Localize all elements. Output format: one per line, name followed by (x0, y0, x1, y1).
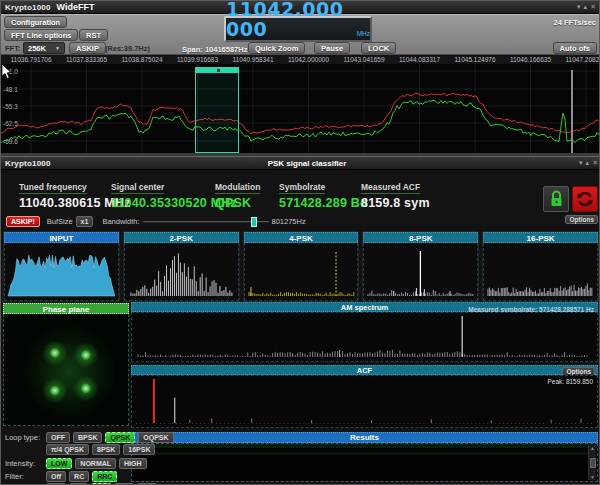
bufsize-label: BufSize (47, 217, 73, 226)
panel-header: 8-PSK (363, 232, 478, 243)
field-value: 571428.289 Bd (279, 196, 368, 210)
results-title: Results (350, 433, 379, 442)
selection-box-header[interactable] (196, 68, 238, 73)
loop-8psk-button[interactable]: 8PSK (92, 444, 120, 455)
window-title: WideFFT (57, 2, 95, 12)
window-maximize-icon[interactable]: ▴ (586, 158, 590, 168)
askip-status-button[interactable]: ASKIP! (6, 216, 40, 227)
window-close-icon[interactable]: ✕ (592, 158, 598, 168)
window-maximize-icon[interactable]: ▴ (584, 2, 588, 12)
classifier-app-name: Krypto1000 (5, 159, 51, 168)
level-tick-label: -69.6 (3, 138, 18, 145)
am-spectrum-trace (132, 313, 597, 361)
classifier-titlebar[interactable]: Krypto1000 PSK signal classifier ▾ ▴ ✕ (1, 157, 600, 170)
psk-panel-strip: INPUT 2-PSK 4-PSK 8-PSK 16-PSK (3, 231, 599, 302)
frequency-axis: 11036.79170611037.83336511038.8750241103… (1, 55, 600, 64)
bufsize-button[interactable]: x1 (76, 216, 94, 227)
slider-handle[interactable] (251, 217, 257, 227)
filter-rrc-button[interactable]: RRC (92, 471, 117, 482)
intensity-high-button[interactable]: HIGH (119, 458, 147, 469)
selection-box[interactable] (195, 67, 239, 153)
lock-button[interactable]: LOCK (361, 42, 396, 54)
panel-body (244, 243, 359, 301)
window-minimize-icon[interactable]: ▾ (579, 158, 583, 168)
acf-title: ACF (357, 366, 372, 375)
lock-icon (549, 190, 564, 208)
measured-acf-field: Measured ACF 8159.8 sym (361, 176, 430, 210)
phase-plane-header: Phase plane (3, 303, 129, 314)
frequency-tick-label: 11038.875024 (121, 56, 162, 63)
psk16-trace (484, 243, 597, 300)
mouse-cursor-icon (1, 64, 13, 80)
scroll-up-icon[interactable]: ▲ (590, 445, 595, 451)
field-label: Modulation (215, 182, 260, 194)
chevron-down-icon: ▼ (55, 45, 60, 51)
fft-size-dropdown[interactable]: 256K ▼ (23, 42, 65, 54)
configuration-button[interactable]: Configuration (4, 16, 67, 28)
classifier-window: Krypto1000 PSK signal classifier ▾ ▴ ✕ T… (1, 156, 600, 485)
field-label: Signal center (111, 182, 164, 194)
intensity-label: Intensity: (5, 459, 43, 468)
classifier-title: PSK signal classifier (268, 159, 347, 168)
loop-pi4qpsk-button[interactable]: π/4 QPSK (46, 444, 89, 455)
field-value: QPSK (215, 196, 260, 210)
auto-ofs-button[interactable]: Auto ofs (553, 42, 597, 54)
filter-label: Filter: (5, 472, 43, 481)
filter-off-button[interactable]: Off (46, 471, 66, 482)
frequency-tick-label: 11042.000000 (288, 56, 329, 63)
frequency-tick-label: 11045.124976 (454, 56, 495, 63)
loop-off-button[interactable]: OFF (46, 432, 70, 443)
loop-oqpsk-button[interactable]: OQPSK (138, 432, 173, 443)
acf-header: ACF Options (131, 365, 598, 375)
resync-button[interactable] (572, 186, 598, 212)
field-label: Symbolrate (279, 182, 325, 194)
frequency-tick-label: 11047.208294 (565, 56, 600, 63)
spectrum-traces (1, 64, 600, 153)
results-scrollbar[interactable]: ▲ ▼ (588, 445, 596, 480)
frequency-display[interactable]: 11042.000 000 MHz (224, 16, 372, 42)
panel-header: INPUT (4, 232, 119, 243)
widefft-window: Krypto1000 WideFFT ▾ ▴ ✕ Configuration F… (1, 1, 599, 14)
fft-size-value: 256K (28, 44, 46, 53)
level-tick-label: -55.3 (3, 103, 18, 110)
acf-display[interactable]: Peak: 8159.850 (131, 375, 598, 428)
frequency-tick-label: 11046.166635 (510, 56, 551, 63)
pause-button[interactable]: Pause (314, 42, 350, 54)
spectrum-plot[interactable]: -41.0-48.1-55.3-62.5-69.6 (1, 64, 600, 153)
phase-plane-display[interactable] (3, 314, 129, 426)
bandwidth-value: 801275Hz (272, 217, 306, 226)
window-close-icon[interactable]: ✕ (590, 2, 596, 12)
classifier-options-button[interactable]: Options (565, 215, 598, 224)
rst-button[interactable]: RST (79, 29, 108, 41)
results-list[interactable]: ▲ ▼ (131, 443, 598, 482)
psk8-panel: 8-PSK (362, 231, 479, 302)
refresh-icon (576, 190, 594, 208)
quick-zoom-button[interactable]: Quick Zoom (248, 42, 305, 54)
field-label: Tuned frequency (19, 182, 87, 194)
am-spectrum-title: AM spectrum (341, 303, 389, 312)
loop-qpsk-button[interactable]: QPSK (105, 432, 135, 443)
bandwidth-slider[interactable] (143, 217, 269, 227)
am-spectrum-display[interactable] (131, 312, 598, 362)
am-spectrum-header: AM spectrum Measured symbolrate: 571428.… (131, 302, 598, 312)
acf-trace (132, 376, 597, 427)
field-value: 8159.8 sym (361, 196, 430, 210)
intensity-normal-button[interactable]: NORMAL (75, 458, 116, 469)
scroll-down-icon[interactable]: ▼ (590, 474, 595, 480)
resolution-label: (Res:39.7Hz) (105, 44, 150, 53)
filter-rc-button[interactable]: RC (69, 471, 89, 482)
intensity-low-button[interactable]: LOW (46, 458, 72, 469)
fft-line-options-button[interactable]: FFT Line options (4, 29, 78, 41)
scrollbar-thumb[interactable] (590, 458, 596, 468)
loop-bpsk-button[interactable]: BPSK (73, 432, 102, 443)
loop-16psk-button[interactable]: 16PSK (123, 444, 155, 455)
window-minimize-icon[interactable]: ▾ (577, 2, 581, 12)
panel-body (483, 243, 598, 301)
askip-button[interactable]: ASKIP (69, 42, 106, 54)
panel-body (4, 243, 119, 301)
frequency-tick-label: 11037.833365 (66, 56, 107, 63)
lock-toggle-button[interactable] (543, 186, 569, 212)
frequency-tick-label: 11036.791706 (10, 56, 51, 63)
span-label: Span: 10416587Hz (182, 45, 247, 54)
bandwidth-label: Bandwidth: (102, 217, 139, 226)
